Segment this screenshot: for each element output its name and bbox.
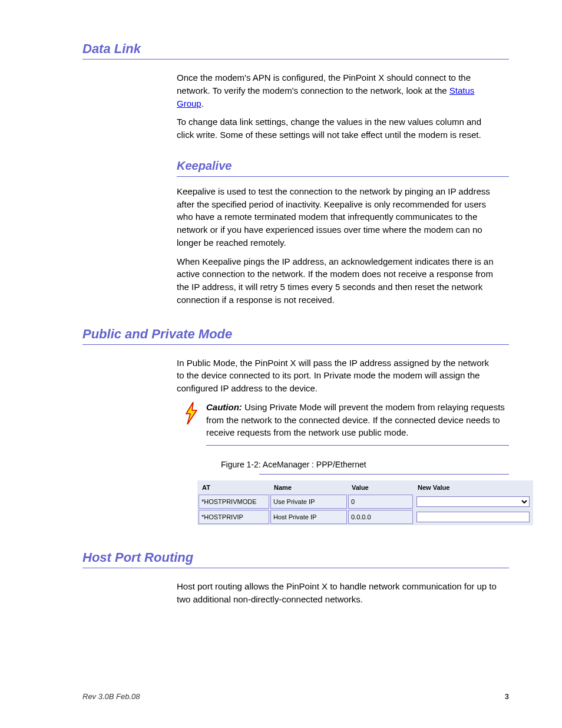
table-row: *HOSTPRIVMODE Use Private IP 0 bbox=[199, 495, 532, 509]
new-value-select[interactable] bbox=[416, 496, 530, 507]
caution-block: Caution: Using Private Mode will prevent… bbox=[177, 401, 509, 446]
section-title-host-port-routing: Host Port Routing bbox=[82, 550, 509, 565]
page-footer: Rev 3.0B Feb.08 3 bbox=[82, 692, 509, 701]
col-header-new-value: New Value bbox=[414, 482, 532, 493]
body-paragraph: Keepalive is used to test the connection… bbox=[177, 185, 497, 249]
cell-new-value bbox=[414, 495, 532, 509]
cell-at: *HOSTPRIVMODE bbox=[199, 495, 269, 509]
col-header-at: AT bbox=[199, 482, 269, 493]
config-table: AT Name Value New Value *HOSTPRIVMODE Us… bbox=[197, 480, 533, 525]
rule bbox=[177, 176, 509, 177]
body-paragraph: Host port routing allows the PinPoint X … bbox=[177, 580, 497, 606]
text-run: Using Private Mode will prevent the mode… bbox=[206, 402, 505, 438]
rule bbox=[206, 445, 509, 446]
cell-name: Use Private IP bbox=[270, 495, 347, 509]
rule bbox=[82, 568, 509, 568]
cell-at: *HOSTPRIVIP bbox=[199, 510, 269, 524]
body-paragraph: Once the modem's APN is configured, the … bbox=[177, 71, 497, 110]
text-run: Once the modem's APN is configured, the … bbox=[177, 73, 471, 95]
footer-left: Rev 3.0B Feb.08 bbox=[82, 692, 140, 701]
footer-page-number: 3 bbox=[505, 692, 509, 701]
table-row: *HOSTPRIVIP Host Private IP 0.0.0.0 bbox=[199, 510, 532, 524]
caution-text: Caution: Using Private Mode will prevent… bbox=[206, 401, 509, 446]
col-header-name: Name bbox=[270, 482, 347, 493]
section-title-public-private-mode: Public and Private Mode bbox=[82, 327, 509, 342]
sub-section-title-keepalive: Keepalive bbox=[177, 159, 509, 173]
page-container: { "section1": { "title": "Data Link", "p… bbox=[0, 0, 562, 728]
lightning-bolt-icon bbox=[177, 401, 206, 424]
cell-value: 0.0.0.0 bbox=[348, 510, 413, 524]
table-header-row: AT Name Value New Value bbox=[199, 482, 532, 493]
cell-name: Host Private IP bbox=[270, 510, 347, 524]
body-paragraph: When Keepalive pings the IP address, an … bbox=[177, 255, 497, 307]
cell-value: 0 bbox=[348, 495, 413, 509]
body-paragraph: In Public Mode, the PinPoint X will pass… bbox=[177, 357, 497, 395]
caution-label: Caution: bbox=[206, 402, 242, 412]
col-header-value: Value bbox=[348, 482, 413, 493]
figure-caption: Figure 1-2: AceManager : PPP/Ethernet bbox=[221, 460, 509, 469]
new-value-input[interactable] bbox=[416, 512, 530, 522]
rule bbox=[82, 59, 509, 60]
rule bbox=[259, 474, 509, 475]
cell-new-value bbox=[414, 510, 532, 524]
section-title-data-link: Data Link bbox=[82, 41, 509, 57]
text-run: . bbox=[201, 98, 204, 108]
svg-marker-0 bbox=[186, 402, 197, 424]
body-paragraph: To change data link settings, change the… bbox=[177, 116, 497, 141]
rule bbox=[82, 344, 509, 345]
